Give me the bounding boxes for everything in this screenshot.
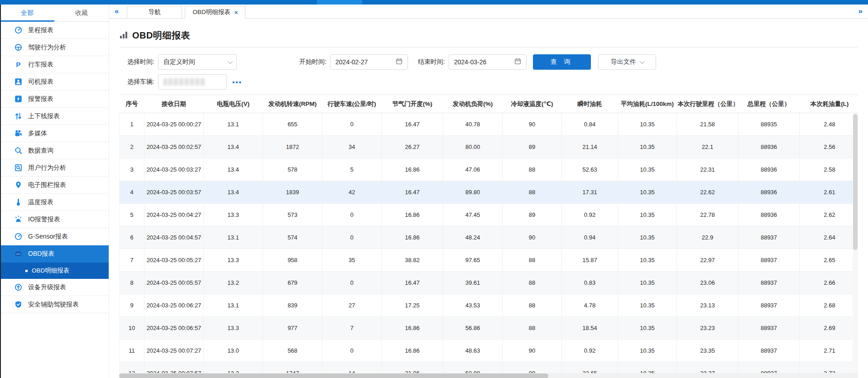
table-cell: 56.86	[443, 317, 503, 340]
sidebar-item-adas-report[interactable]: 安全辅助驾驶报表	[0, 296, 109, 313]
sidebar-item-device-upgrade-report[interactable]: 设备升级报表	[0, 279, 109, 296]
vehicle-select-input[interactable]	[158, 74, 227, 90]
sidebar-subitem-obd-detail-report[interactable]: OBD明细报表	[0, 263, 109, 279]
table-cell: 80.00	[443, 136, 503, 158]
sidebar-item-label: 数据查询	[28, 147, 53, 155]
sidebar-item-online-offline-report[interactable]: 上下线报表	[0, 108, 109, 125]
vertical-scrollbar-thumb[interactable]	[853, 114, 858, 250]
sidebar-tab-favorites[interactable]: 收藏	[54, 5, 109, 21]
table-cell: 1	[120, 113, 144, 136]
table-cell: 573	[263, 204, 322, 226]
time-range-select[interactable]: 自定义时间	[158, 54, 237, 70]
table-row[interactable]: 92024-03-25 00:06:2713.18392717.2543.538…	[120, 294, 858, 317]
end-date-input[interactable]: 2024-03-26	[449, 54, 527, 70]
sidebar-item-io-alarm-report[interactable]: IO报警报表	[0, 211, 109, 228]
sidebar-item-label: 用户行为分析	[28, 164, 66, 172]
sidebar-subitem-label: OBD明细报表	[32, 267, 69, 275]
geofence-icon	[14, 181, 22, 189]
table-cell: 21.14	[562, 136, 618, 158]
table-cell: 90	[503, 113, 562, 136]
query-button[interactable]: 查 询	[533, 54, 591, 70]
top-nav-active-segment[interactable]	[317, 0, 362, 5]
sidebar-tab-all[interactable]: 全部	[0, 5, 54, 21]
table-row[interactable]: 112024-03-25 00:07:2713.0568016.8648.639…	[120, 340, 858, 362]
table-cell: 13.1	[204, 226, 263, 249]
table-cell: 2	[120, 136, 144, 158]
export-file-label: 导出文件	[611, 58, 636, 66]
table-cell: 22.31	[677, 158, 739, 181]
table-row[interactable]: 52024-03-25 00:04:2713.3573016.8647.4589…	[120, 204, 858, 226]
sidebar-item-mileage-report[interactable]: 里程报表	[0, 22, 109, 39]
vehicle-picker-more-button[interactable]: •••	[232, 78, 242, 86]
tabs-collapse-icon[interactable]: «	[115, 7, 119, 16]
sidebar-item-label: 电子围栏报表	[28, 181, 66, 189]
sidebar-item-gsensor-report[interactable]: G-Sensor报表	[0, 228, 109, 245]
sidebar-item-temperature-report[interactable]: 温度报表	[0, 194, 109, 211]
table-cell: 47.06	[443, 158, 503, 181]
table-row[interactable]: 72024-03-25 00:05:2713.39583538.8297.658…	[120, 249, 858, 272]
table-cell: 22.1	[677, 136, 739, 158]
vertical-scrollbar[interactable]	[853, 113, 858, 373]
table-cell: 22.62	[677, 181, 739, 204]
bullet-icon	[25, 270, 28, 272]
horizontal-scrollbar-thumb[interactable]	[119, 373, 548, 378]
table-cell: 88936	[739, 136, 800, 158]
column-header: 冷却液温度(℃)	[503, 95, 562, 113]
table-cell: 39.61	[443, 272, 503, 294]
table-row[interactable]: 42024-03-25 00:03:5713.418394216.4789.80…	[120, 181, 858, 204]
table-cell: 10.35	[618, 204, 677, 226]
chevron-down-icon	[639, 59, 644, 64]
gauge-icon	[14, 26, 22, 34]
table-cell: 10.35	[618, 136, 677, 158]
sidebar-item-label: 上下线报表	[28, 112, 60, 120]
sidebar-item-alarm-report[interactable]: 报警报表	[0, 91, 109, 108]
table-cell: 679	[263, 272, 322, 294]
table-row[interactable]: 82024-03-25 00:05:5713.2679016.4739.6188…	[120, 272, 858, 294]
calendar-icon[interactable]	[396, 58, 403, 66]
app-window: 全部收藏 里程报表驾驶行为分析P行车报表司机报表报警报表上下线报表多媒体数据查询…	[0, 0, 868, 378]
sidebar-item-driving-behavior-analysis[interactable]: 驾驶行为分析	[0, 39, 109, 56]
column-header: 总里程（公里）	[739, 95, 800, 113]
sidebar-item-trip-report[interactable]: P行车报表	[0, 56, 109, 73]
calendar-icon[interactable]	[514, 58, 521, 66]
svg-text:P: P	[16, 61, 20, 68]
sidebar-tabs: 全部收藏	[0, 5, 109, 22]
table-cell: 958	[263, 249, 322, 272]
tabs-expand-icon[interactable]: »	[858, 7, 863, 16]
table-cell: 13.4	[204, 136, 263, 158]
document-tab-1[interactable]: OBD明细报表×	[185, 6, 245, 19]
sidebar-item-driver-report[interactable]: 司机报表	[0, 73, 109, 91]
table-row[interactable]: 12024-03-25 00:00:2713.1655016.4740.7890…	[120, 113, 858, 136]
export-file-button[interactable]: 导出文件	[598, 54, 656, 70]
table-cell: 2.56	[800, 136, 858, 158]
close-icon[interactable]: ×	[235, 9, 238, 16]
sidebar-item-multimedia[interactable]: 多媒体	[0, 125, 109, 142]
table-cell: 2024-03-25 00:04:27	[144, 204, 204, 226]
table-cell: 9	[120, 294, 144, 317]
sidebar-item-label: G-Sensor报表	[28, 233, 68, 241]
table-cell: 88936	[739, 158, 800, 181]
horizontal-scrollbar[interactable]	[119, 373, 858, 378]
column-header: 本次耗油量(L)	[800, 95, 858, 113]
table-cell: 1872	[263, 136, 322, 158]
table-cell: 22.9	[677, 226, 739, 249]
sidebar-item-data-query[interactable]: 数据查询	[0, 142, 109, 159]
start-date-input[interactable]: 2024-02-27	[330, 54, 408, 70]
table-row[interactable]: 32024-03-25 00:03:2713.4578516.8647.0688…	[120, 158, 858, 181]
table-cell: 2.71	[800, 340, 858, 362]
table-cell: 13.2	[204, 272, 263, 294]
start-time-label: 开始时间:	[299, 58, 326, 66]
table-cell: 35	[322, 249, 382, 272]
table-cell: 2024-03-25 00:06:57	[144, 317, 204, 340]
sidebar-item-obd-report[interactable]: OBD报表	[0, 245, 109, 263]
table-row[interactable]: 102024-03-25 00:06:5713.3977716.8656.868…	[120, 317, 858, 340]
sidebar-item-geofence-report[interactable]: 电子围栏报表	[0, 177, 109, 194]
table-cell: 0	[322, 226, 382, 249]
table-row[interactable]: 22024-03-25 00:02:5713.418723426.2780.00…	[120, 136, 858, 158]
table-cell: 88	[503, 181, 562, 204]
sidebar-item-user-behavior-analysis[interactable]: 用户行为分析	[0, 159, 109, 177]
column-header: 发动机转速(RPM)	[263, 95, 322, 113]
end-time-label: 结束时间:	[418, 58, 445, 66]
table-row[interactable]: 62024-03-25 00:04:5713.1574016.8648.2490…	[120, 226, 858, 249]
document-tab-0[interactable]: 导航	[127, 6, 182, 18]
